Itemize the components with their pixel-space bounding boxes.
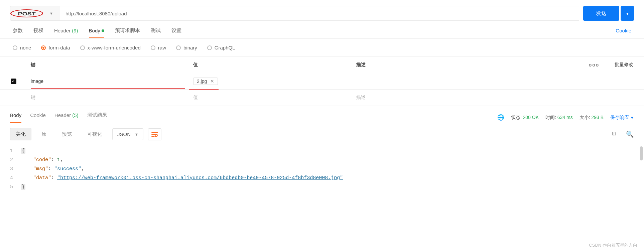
view-raw-button[interactable]: 原 xyxy=(36,128,52,140)
key-input[interactable]: 键 xyxy=(27,90,189,106)
resp-header-count: (5) xyxy=(72,112,78,118)
time-meta: 时间: 634 ms xyxy=(545,115,573,121)
tab-prereq[interactable]: 预请求脚本 xyxy=(115,27,140,38)
body-type-label: raw xyxy=(158,45,166,50)
tab-header-label: Header xyxy=(54,28,71,33)
tab-params[interactable]: 参数 xyxy=(13,27,23,38)
chevron-down-icon: ▼ xyxy=(49,11,53,15)
send-dropdown[interactable]: ▼ xyxy=(621,6,634,21)
remove-file-icon[interactable]: ✕ xyxy=(210,79,214,84)
resp-tab-test[interactable]: 测试结果 xyxy=(87,112,107,123)
form-placeholder-row: 键 值 描述 xyxy=(0,90,644,106)
body-type-label: none xyxy=(20,45,31,50)
body-type-label: binary xyxy=(183,45,197,50)
radio-icon xyxy=(176,45,181,50)
save-response-button[interactable]: 保存响应 ▼ xyxy=(610,115,634,121)
value-input[interactable]: 值 xyxy=(189,90,352,106)
resp-header-label: Header xyxy=(54,112,71,118)
body-type-label: form-data xyxy=(48,45,70,50)
chevron-down-icon: ▼ xyxy=(630,116,634,120)
desc-input[interactable]: 描述 xyxy=(352,90,644,106)
tab-header[interactable]: Header (9) xyxy=(54,28,78,38)
file-chip[interactable]: 2.jpg ✕ xyxy=(193,78,218,85)
resp-tab-body[interactable]: Body xyxy=(10,112,21,123)
file-name: 2.jpg xyxy=(197,79,207,84)
format-selector[interactable]: JSON ▼ xyxy=(112,128,143,140)
view-pretty-button[interactable]: 美化 xyxy=(10,128,31,140)
tab-settings[interactable]: 设置 xyxy=(171,27,181,38)
resp-tab-cookie[interactable]: Cookie xyxy=(30,112,46,123)
batch-edit-button[interactable]: 批量修改 xyxy=(604,57,644,73)
tab-body-label: Body xyxy=(89,28,100,33)
url-input[interactable] xyxy=(60,6,579,21)
active-dot-icon xyxy=(102,29,104,32)
radio-icon xyxy=(41,45,46,50)
view-visualize-button[interactable]: 可视化 xyxy=(82,128,108,140)
size-meta: 大小: 293 B xyxy=(579,115,604,121)
form-data-row: ✓ image 2.jpg ✕ xyxy=(0,73,644,90)
http-method-selector[interactable]: POST ▼ xyxy=(10,6,60,21)
body-type-urlencoded[interactable]: x-www-form-urlencoded xyxy=(80,45,141,50)
view-preview-button[interactable]: 预览 xyxy=(56,128,77,140)
desc-cell[interactable] xyxy=(352,73,644,89)
radio-icon xyxy=(13,45,17,50)
method-label: POST xyxy=(18,11,35,16)
radio-icon xyxy=(151,45,155,50)
body-type-label: x-www-form-urlencoded xyxy=(88,45,141,50)
body-type-graphql[interactable]: GraphQL xyxy=(207,45,235,50)
wrap-lines-button[interactable] xyxy=(148,128,161,140)
json-code[interactable]: { "code": 1, "msg": "success", "data": "… xyxy=(21,146,343,192)
col-desc: 描述 xyxy=(352,57,584,73)
copy-icon[interactable]: ⧉ xyxy=(612,130,617,138)
body-type-raw[interactable]: raw xyxy=(151,45,166,50)
key-cell[interactable]: image xyxy=(27,73,189,89)
col-key: 键 xyxy=(27,57,189,73)
col-value: 值 xyxy=(189,57,352,73)
col-menu-button[interactable]: ooo xyxy=(584,57,604,73)
globe-icon[interactable]: 🌐 xyxy=(497,114,504,121)
search-icon[interactable]: 🔍 xyxy=(626,130,634,138)
radio-icon xyxy=(207,45,212,50)
status-meta: 状态: 200 OK xyxy=(511,115,539,121)
tab-auth[interactable]: 授权 xyxy=(33,27,43,38)
format-label: JSON xyxy=(117,131,131,137)
radio-icon xyxy=(80,45,85,50)
body-type-label: GraphQL xyxy=(215,45,235,50)
chevron-down-icon: ▼ xyxy=(135,132,138,136)
value-cell[interactable]: 2.jpg ✕ xyxy=(189,73,352,89)
form-header-row: 键 值 描述 ooo 批量修改 xyxy=(0,57,644,73)
body-type-none[interactable]: none xyxy=(13,45,31,50)
send-button[interactable]: 发送 xyxy=(583,6,619,21)
resp-tab-header[interactable]: Header (5) xyxy=(54,112,79,123)
header-count: (9) xyxy=(72,28,78,33)
chevron-down-icon: ▼ xyxy=(626,12,629,16)
scrollbar-thumb[interactable] xyxy=(640,146,643,160)
response-body: 1 2 3 4 5 { "code": 1, "msg": "success",… xyxy=(0,145,644,198)
tab-tests[interactable]: 测试 xyxy=(151,27,161,38)
body-type-binary[interactable]: binary xyxy=(176,45,197,50)
row-checkbox[interactable]: ✓ xyxy=(11,79,16,84)
cookie-link[interactable]: Cookie xyxy=(616,28,631,38)
tab-body[interactable]: Body xyxy=(89,28,104,38)
body-type-form-data[interactable]: form-data xyxy=(41,45,70,50)
key-value: image xyxy=(31,79,43,84)
